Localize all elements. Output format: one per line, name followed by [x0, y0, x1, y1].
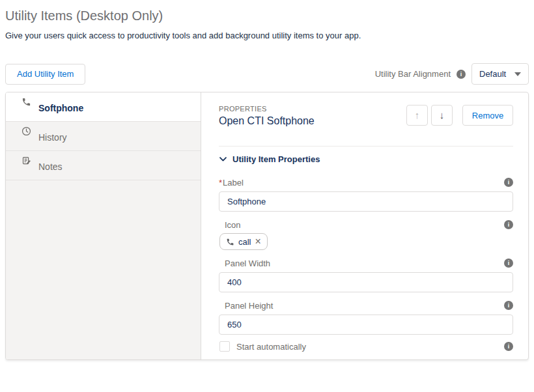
alignment-dropdown-value: Default: [479, 69, 506, 79]
panel-height-field-row: Panel Height i: [219, 300, 513, 311]
chevron-down-icon: [514, 72, 521, 76]
panel-height-input[interactable]: [219, 315, 513, 335]
sidebar-item-label: Softphone: [38, 103, 83, 113]
page-title: Utility Items (Desktop Only): [5, 7, 529, 25]
clock-icon: [21, 126, 31, 136]
utility-bar-alignment-label: Utility Bar Alignment: [375, 69, 451, 79]
sidebar-item-label: History: [38, 132, 67, 143]
properties-header: PROPERTIES Open CTI Softphone ↑ ↓ Remove: [219, 105, 513, 127]
start-automatically-row: Start automatically i: [219, 341, 513, 352]
icon-field-row: Icon i: [219, 219, 513, 230]
utility-bar-alignment-group: Utility Bar Alignment i Default: [375, 63, 529, 85]
panel-width-field-row: Panel Width i: [219, 258, 513, 268]
info-icon[interactable]: i: [504, 259, 513, 268]
info-icon[interactable]: i: [504, 342, 513, 351]
phone-icon: [226, 238, 234, 246]
section-title: Utility Item Properties: [232, 154, 320, 164]
move-down-button[interactable]: ↓: [431, 105, 453, 126]
chevron-down-icon: [219, 155, 227, 163]
properties-pane: PROPERTIES Open CTI Softphone ↑ ↓ Remove…: [201, 92, 528, 359]
arrow-up-icon: ↑: [415, 109, 420, 120]
move-up-button[interactable]: ↑: [406, 105, 428, 126]
panel-height-label: Panel Height: [219, 301, 273, 311]
alignment-dropdown[interactable]: Default: [471, 63, 529, 85]
label-field-row: *Label i: [219, 177, 513, 188]
info-icon[interactable]: i: [504, 178, 513, 187]
utility-item-properties-section-toggle[interactable]: Utility Item Properties: [219, 154, 513, 164]
label-field-label: *Label: [219, 178, 244, 188]
close-icon[interactable]: ×: [255, 237, 261, 246]
start-automatically-checkbox[interactable]: [219, 341, 230, 352]
arrow-down-icon: ↓: [440, 109, 445, 120]
properties-title: Open CTI Softphone: [219, 115, 315, 127]
phone-icon: [21, 97, 31, 107]
icon-field-label: Icon: [219, 220, 241, 230]
sidebar-item-history[interactable]: History: [6, 122, 201, 151]
toolbar: Add Utility Item Utility Bar Alignment i…: [5, 63, 529, 85]
section-divider: [219, 146, 513, 147]
label-input[interactable]: [219, 191, 513, 212]
info-icon[interactable]: i: [504, 220, 513, 229]
sidebar-item-label: Notes: [38, 161, 63, 172]
add-utility-item-button[interactable]: Add Utility Item: [5, 64, 85, 85]
sidebar-item-softphone[interactable]: Softphone: [6, 92, 201, 122]
required-marker: *: [219, 178, 222, 188]
note-icon: [21, 156, 31, 165]
panel-width-input[interactable]: [219, 272, 513, 292]
utility-items-list: Softphone History Notes: [6, 92, 201, 359]
remove-button[interactable]: Remove: [462, 105, 513, 126]
utility-items-page: Utility Items (Desktop Only) Give your u…: [0, 7, 534, 360]
panel-width-label: Panel Width: [219, 259, 270, 268]
properties-eyebrow: PROPERTIES: [219, 105, 315, 113]
properties-actions: ↑ ↓ Remove: [406, 105, 513, 126]
page-subtitle: Give your users quick access to producti…: [5, 31, 529, 40]
start-automatically-label: Start automatically: [236, 342, 504, 352]
properties-titles: PROPERTIES Open CTI Softphone: [219, 105, 315, 127]
utility-items-panel: Softphone History Notes PROPERTIES Open …: [5, 92, 529, 360]
icon-pill[interactable]: call ×: [219, 233, 268, 250]
icon-pill-label: call: [238, 237, 251, 247]
sidebar-item-notes[interactable]: Notes: [6, 151, 201, 180]
info-icon[interactable]: i: [457, 70, 466, 79]
info-icon[interactable]: i: [504, 301, 513, 310]
